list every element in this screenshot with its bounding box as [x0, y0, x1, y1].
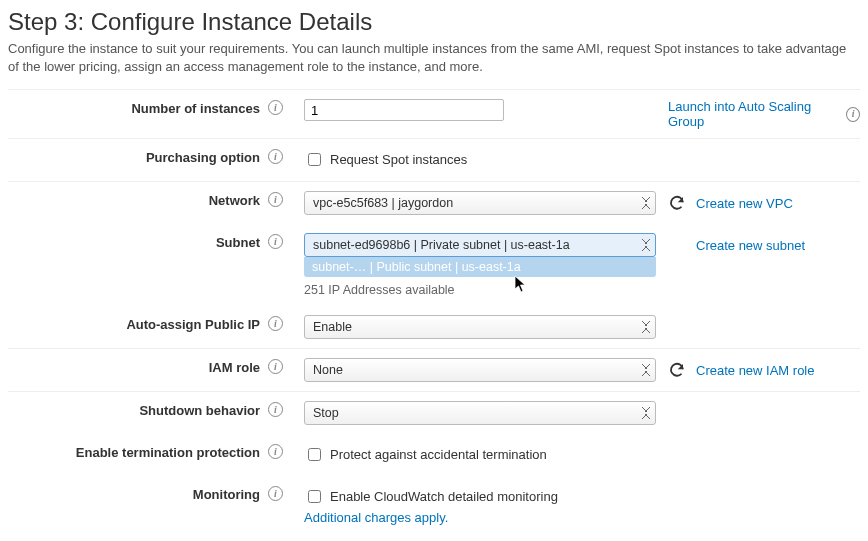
create-vpc-link[interactable]: Create new VPC: [696, 196, 793, 211]
spot-checkbox[interactable]: [308, 153, 321, 166]
launch-asg-link[interactable]: Launch into Auto Scaling Group: [668, 99, 836, 129]
page-title: Step 3: Configure Instance Details: [8, 8, 860, 36]
label-public-ip: Auto-assign Public IP: [8, 315, 268, 332]
termination-checkbox-label: Protect against accidental termination: [330, 447, 547, 462]
subnet-dropdown-option[interactable]: subnet-… | Public subnet | us-east-1a: [304, 257, 656, 277]
create-iam-link[interactable]: Create new IAM role: [696, 363, 815, 378]
monitoring-checkbox-label: Enable CloudWatch detailed monitoring: [330, 489, 558, 504]
label-monitoring: Monitoring: [8, 485, 268, 502]
info-icon[interactable]: i: [268, 234, 283, 249]
info-icon[interactable]: i: [268, 486, 283, 501]
label-iam: IAM role: [8, 358, 268, 375]
shutdown-select[interactable]: Stop: [304, 401, 656, 425]
info-icon[interactable]: i: [268, 402, 283, 417]
termination-checkbox[interactable]: [308, 448, 321, 461]
refresh-icon[interactable]: [668, 194, 686, 212]
info-icon[interactable]: i: [268, 192, 283, 207]
label-termination: Enable termination protection: [8, 443, 268, 460]
refresh-icon[interactable]: [668, 361, 686, 379]
monitoring-checkbox[interactable]: [308, 490, 321, 503]
public-ip-select[interactable]: Enable: [304, 315, 656, 339]
page-subtitle: Configure the instance to suit your requ…: [8, 40, 860, 75]
create-subnet-link[interactable]: Create new subnet: [696, 238, 805, 253]
monitoring-charges-link[interactable]: Additional charges apply.: [304, 510, 656, 525]
subnet-select[interactable]: subnet-ed9698b6 | Private subnet | us-ea…: [304, 233, 656, 257]
cursor-icon: [514, 275, 528, 296]
label-purchasing: Purchasing option: [8, 148, 268, 165]
info-icon[interactable]: i: [268, 149, 283, 164]
network-select[interactable]: vpc-e5c5f683 | jaygordon: [304, 191, 656, 215]
iam-select[interactable]: None: [304, 358, 656, 382]
label-network: Network: [8, 191, 268, 208]
info-icon[interactable]: i: [268, 359, 283, 374]
info-icon[interactable]: i: [846, 107, 860, 122]
info-icon[interactable]: i: [268, 100, 283, 115]
info-icon[interactable]: i: [268, 444, 283, 459]
label-subnet: Subnet: [8, 233, 268, 250]
instances-input[interactable]: [304, 99, 504, 121]
label-instances: Number of instances: [8, 99, 268, 116]
spot-checkbox-label: Request Spot instances: [330, 152, 467, 167]
info-icon[interactable]: i: [268, 316, 283, 331]
label-shutdown: Shutdown behavior: [8, 401, 268, 418]
subnet-ip-help: 251 IP Addresses available: [304, 283, 455, 297]
